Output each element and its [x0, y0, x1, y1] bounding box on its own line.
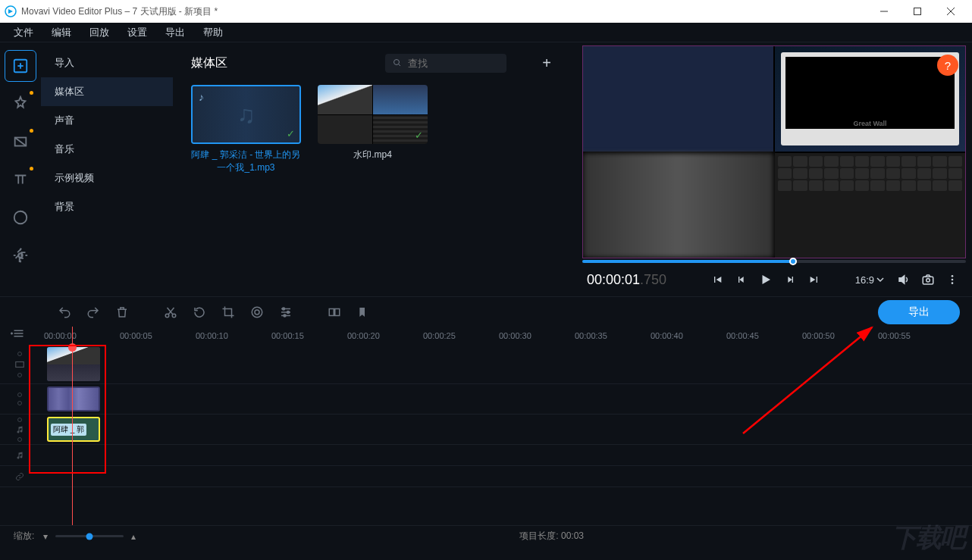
sidebar-item-import[interactable]: 导入	[41, 48, 173, 77]
svg-line-9	[15, 138, 27, 146]
add-track-button[interactable]	[11, 328, 24, 339]
check-icon: ✓	[415, 130, 423, 141]
music-track-2[interactable]	[0, 445, 972, 466]
aspect-ratio-select[interactable]: 16:9	[851, 274, 889, 286]
svg-rect-33	[329, 308, 334, 315]
crop-button[interactable]	[217, 301, 240, 324]
sidebar-item-media[interactable]: 媒体区	[41, 77, 173, 106]
media-label: 水印.mp4	[318, 149, 428, 161]
search-icon	[393, 58, 402, 68]
title-bar: Movavi Video Editor Plus – 7 天试用版 - 新项目 …	[0, 0, 972, 23]
prev-clip-button[interactable]	[708, 271, 726, 289]
prev-frame-button[interactable]	[732, 271, 751, 289]
delete-button[interactable]	[111, 301, 133, 324]
svg-rect-34	[335, 308, 340, 315]
menu-export[interactable]: 导出	[158, 23, 193, 42]
sidebar-item-music[interactable]: 音乐	[41, 135, 173, 164]
svg-point-32	[284, 314, 286, 317]
svg-line-17	[399, 64, 401, 67]
next-frame-button[interactable]	[781, 271, 799, 289]
timeline: 00:00:00 00:00:05 00:00:10 00:00:15 00:0…	[0, 327, 972, 525]
sidebar-item-sound[interactable]: 声音	[41, 106, 173, 135]
volume-button[interactable]	[895, 271, 913, 289]
music-icon	[15, 451, 24, 460]
svg-point-21	[952, 279, 954, 281]
svg-point-26	[255, 310, 259, 314]
tool-transitions[interactable]	[5, 126, 36, 158]
export-button[interactable]: 导出	[878, 300, 960, 324]
audio-icon: ♪	[199, 91, 204, 103]
search-input[interactable]	[408, 58, 499, 69]
svg-point-19	[927, 279, 930, 283]
minimize-button[interactable]	[867, 0, 901, 23]
check-icon: ✓	[287, 128, 295, 139]
video-track-icon	[14, 359, 25, 370]
music-clip[interactable]: 阿肆 _ 郭	[47, 417, 100, 442]
status-bar: 缩放: ▾ ▴ 项目长度: 00:03	[0, 525, 972, 546]
tool-more[interactable]	[5, 239, 36, 271]
media-panel: 媒体区 + ♫ ♪ ✓ 阿肆 _ 郭采洁 - 世界上的另一个我_1.mp3 ✓	[173, 42, 576, 296]
project-length: 项目长度: 00:03	[519, 530, 584, 543]
media-title: 媒体区	[191, 55, 370, 71]
zoom-in-button[interactable]: ▴	[131, 531, 136, 542]
svg-rect-2	[914, 8, 921, 15]
svg-point-30	[283, 308, 285, 310]
marker-button[interactable]	[352, 301, 375, 324]
media-label: 阿肆 _ 郭采洁 - 世界上的另一个我_1.mp3	[191, 149, 301, 174]
preview-seekbar[interactable]	[582, 260, 966, 263]
menu-playback[interactable]: 回放	[82, 23, 117, 42]
help-button[interactable]: ?	[937, 55, 958, 76]
svg-rect-18	[923, 277, 933, 284]
svg-point-20	[952, 275, 954, 277]
menu-settings[interactable]: 设置	[120, 23, 155, 42]
timecode: 00:00:01.750	[587, 271, 666, 288]
linked-audio-track[interactable]	[0, 384, 972, 415]
video-track[interactable]	[0, 345, 972, 384]
svg-point-11	[18, 253, 23, 258]
tool-import[interactable]	[5, 50, 36, 82]
side-panel: 导入 媒体区 声音 音乐 示例视频 背景	[41, 42, 173, 296]
svg-point-16	[394, 60, 400, 65]
tool-rail	[0, 42, 41, 296]
rotate-button[interactable]	[188, 301, 211, 324]
zoom-slider[interactable]	[55, 535, 124, 537]
add-media-button[interactable]: +	[535, 52, 558, 74]
menu-file[interactable]: 文件	[6, 23, 41, 42]
redo-button[interactable]	[82, 301, 105, 324]
video-clip[interactable]	[47, 347, 100, 381]
preview-screen[interactable]: Great Wall	[582, 45, 966, 258]
zoom-label: 缩放:	[14, 530, 34, 543]
timeline-ruler[interactable]: 00:00:00 00:00:05 00:00:10 00:00:15 00:0…	[0, 327, 972, 345]
sidebar-item-sample[interactable]: 示例视频	[41, 164, 173, 192]
zoom-out-button[interactable]: ▾	[43, 531, 48, 542]
maximize-button[interactable]	[901, 0, 934, 23]
undo-button[interactable]	[53, 301, 76, 324]
transition-wizard-button[interactable]	[323, 301, 346, 324]
media-item-video[interactable]: ✓ 水印.mp4	[318, 85, 428, 174]
play-button[interactable]	[757, 271, 775, 289]
next-clip-button[interactable]	[805, 271, 823, 289]
menu-bar: 文件 编辑 回放 设置 导出 帮助	[0, 23, 972, 42]
audio-track[interactable]: 阿肆 _ 郭	[0, 415, 972, 445]
menu-help[interactable]: 帮助	[196, 23, 230, 42]
music-icon	[15, 425, 24, 434]
svg-rect-41	[16, 361, 24, 367]
tool-titles[interactable]	[5, 164, 36, 196]
main-area: 导入 媒体区 声音 音乐 示例视频 背景 媒体区 + ♫ ♪ ✓ 阿肆 _ 郭采…	[0, 42, 972, 296]
tool-filters[interactable]	[5, 88, 36, 120]
search-box[interactable]	[385, 54, 506, 73]
audio-waveform-clip[interactable]	[47, 386, 100, 411]
tool-stickers[interactable]	[5, 202, 36, 233]
close-button[interactable]	[934, 0, 967, 23]
preview-panel: ? Great Wall 00:00:01.750 16:9	[576, 42, 972, 296]
media-item-audio[interactable]: ♫ ♪ ✓ 阿肆 _ 郭采洁 - 世界上的另一个我_1.mp3	[191, 85, 301, 174]
cut-button[interactable]	[159, 301, 182, 324]
menu-edit[interactable]: 编辑	[44, 23, 79, 42]
snapshot-button[interactable]	[919, 271, 937, 289]
sidebar-item-bg[interactable]: 背景	[41, 192, 173, 221]
adjust-button[interactable]	[274, 301, 297, 324]
playhead[interactable]	[72, 327, 73, 525]
effects-track[interactable]	[0, 466, 972, 487]
color-button[interactable]	[246, 301, 268, 324]
preview-more-button[interactable]	[943, 271, 961, 289]
